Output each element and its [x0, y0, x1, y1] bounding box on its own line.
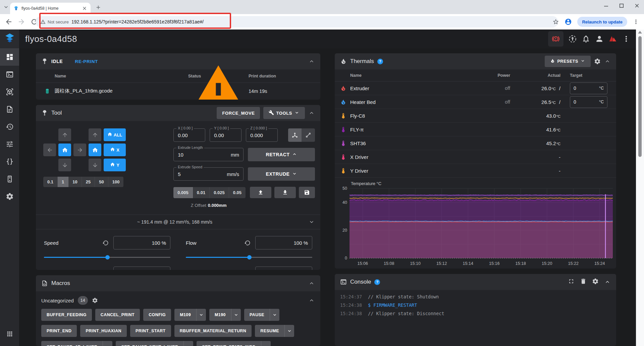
slider-thumb[interactable]: [105, 255, 110, 260]
extrusion-stats-row[interactable]: ~ 191.4 mm @ 12 mm³/s, 168 mm/s: [36, 215, 320, 229]
home-all-button[interactable]: ALL: [104, 128, 126, 141]
load-filament-button[interactable]: [250, 187, 271, 198]
console-log[interactable]: 15:24:37// Klipper state: Shutdown15:24:…: [335, 290, 616, 323]
collapse-tool-icon[interactable]: [308, 110, 315, 116]
macro-group-settings-icon[interactable]: [92, 297, 98, 303]
temperature-chart[interactable]: 15:0615:0815:1015:1215:1415:1615:1815:20…: [335, 178, 616, 269]
macro-split-chevron[interactable]: [261, 341, 271, 346]
save-offset-button[interactable]: [299, 187, 315, 198]
slider-value-field[interactable]: 100 %: [255, 236, 312, 249]
thermal-row-extruder[interactable]: Extruder off 26.0°C / 0°C: [335, 81, 616, 95]
macro-split-chevron[interactable]: [231, 309, 241, 321]
presets-dropdown-button[interactable]: PRESETS: [545, 56, 591, 67]
macro-split-chevron[interactable]: [103, 341, 112, 346]
thermal-row-x-driver[interactable]: X Driver -: [335, 150, 616, 164]
thermals-settings-icon[interactable]: [594, 58, 601, 65]
slider-value-field[interactable]: 0.05 s: [113, 267, 170, 270]
page-scrollbar[interactable]: [636, 30, 644, 346]
collapse-macro-group-icon[interactable]: [308, 297, 315, 304]
move-x-plus-button[interactable]: [73, 143, 86, 156]
slider-value-field[interactable]: 0.04 s: [255, 267, 312, 270]
move-step-10[interactable]: 10: [68, 177, 82, 187]
sidebar-item-configuration[interactable]: [0, 153, 19, 170]
macro-button-print_start[interactable]: PRINT_START: [130, 325, 171, 337]
move-step-100[interactable]: 100: [108, 177, 124, 187]
home-y-button[interactable]: Y: [104, 159, 126, 171]
macro-split-chevron[interactable]: [183, 341, 193, 346]
console-fullscreen-icon[interactable]: [568, 278, 575, 286]
macro-button-rbuffer_material_return[interactable]: RBUFFER_MATERIAL_RETURN: [174, 325, 252, 337]
console-help-icon[interactable]: [374, 279, 380, 285]
sidebar-item-gcode-preview[interactable]: [0, 83, 19, 101]
macro-button-set_print_stats_info[interactable]: SET_PRINT_STATS_INFO: [197, 341, 271, 346]
home-xy-button[interactable]: [58, 143, 71, 156]
extrude-step-0.025[interactable]: 0.025: [210, 187, 229, 198]
move-y-minus-button[interactable]: [58, 159, 71, 171]
tab-search-icon[interactable]: [3, 4, 9, 10]
collapse-macros-icon[interactable]: [308, 280, 315, 287]
sidebar-item-settings[interactable]: [0, 188, 19, 205]
tab-close-icon[interactable]: [82, 6, 87, 11]
macro-button-set_pause_at_layer[interactable]: SET_PAUSE_AT_LAYER: [41, 341, 112, 346]
bookmark-star-icon[interactable]: [552, 18, 559, 25]
move-step-50[interactable]: 50: [95, 177, 108, 187]
emergency-stop-button[interactable]: [548, 31, 564, 47]
console-clear-icon[interactable]: [580, 278, 587, 286]
url-bar[interactable]: Not secure 192.168.1.125/?printer=24282e…: [36, 16, 558, 27]
forward-button[interactable]: [17, 18, 25, 26]
job-row[interactable]: 圆柱体_PLA_1h9m.gcode 14m 19s: [36, 83, 320, 99]
macro-button-set_pause_next_layer[interactable]: SET_PAUSE_NEXT_LAYER: [116, 341, 193, 346]
collapse-console-icon[interactable]: [604, 279, 611, 285]
relaunch-to-update-button[interactable]: Relaunch to update: [577, 17, 627, 27]
scrollbar-up-arrow[interactable]: [638, 31, 642, 34]
app-logo[interactable]: [0, 30, 19, 48]
extrude-step-0.01[interactable]: 0.01: [193, 187, 210, 198]
extrude-length-field[interactable]: Extrude Length 10 mm: [173, 148, 244, 161]
move-step-1[interactable]: 1: [58, 177, 68, 187]
thermals-help-icon[interactable]: [377, 59, 383, 64]
slider-track[interactable]: [186, 257, 312, 258]
window-maximize-button[interactable]: [619, 3, 625, 9]
extrude-button[interactable]: EXTRUDE: [248, 167, 315, 181]
move-step-0.1[interactable]: 0.1: [43, 177, 58, 187]
move-x-minus-button[interactable]: [43, 143, 56, 156]
unload-filament-button[interactable]: [274, 187, 296, 198]
slider-thumb[interactable]: [247, 255, 252, 260]
macro-button-m190[interactable]: M190: [209, 309, 241, 321]
thermal-row-sht36[interactable]: SHT36 45.2°C: [335, 136, 616, 150]
move-z-plus-button[interactable]: [89, 128, 101, 141]
browser-menu-icon[interactable]: [633, 18, 639, 25]
absolute-mode-button[interactable]: [288, 128, 302, 142]
new-tab-button[interactable]: [95, 4, 101, 10]
reset-icon[interactable]: [102, 240, 109, 246]
security-chip[interactable]: Not secure: [40, 19, 69, 24]
collapse-status-icon[interactable]: [308, 58, 315, 65]
thermal-row-y-driver[interactable]: Y Driver -: [335, 164, 616, 178]
url-text[interactable]: 192.168.1.125/?printer=24282e5f2b8e6591e…: [71, 19, 204, 24]
thermal-row-fly-π[interactable]: FLY-π 41.6°C: [335, 123, 616, 136]
macro-button-print_huaxian[interactable]: PRINT_HUAXIAN: [80, 325, 127, 337]
macro-split-chevron[interactable]: [196, 309, 206, 321]
sidebar-item-console[interactable]: [0, 66, 19, 83]
x-position-field[interactable]: X [ 0.00 ]0.00: [173, 128, 205, 142]
slider-value-field[interactable]: 100 %: [113, 236, 170, 249]
browser-tab[interactable]: flyos-0a4d58 | Home: [10, 3, 91, 14]
y-position-field[interactable]: Y [ 0.00 ]0.00: [210, 128, 241, 142]
macro-button-buffer_feeding[interactable]: BUFFER_FEEDING: [41, 309, 92, 321]
extrude-step-0.05[interactable]: 0.05: [229, 187, 246, 198]
macro-split-chevron[interactable]: [270, 309, 279, 321]
move-y-plus-button[interactable]: [58, 128, 71, 141]
slider-track[interactable]: [44, 257, 170, 258]
scrollbar-thumb[interactable]: [638, 36, 642, 157]
sidebar-item-jobs[interactable]: [0, 101, 19, 118]
reprint-button[interactable]: RE-PRINT: [75, 59, 98, 64]
app-menu-kebab-icon[interactable]: [622, 35, 631, 43]
update-status-icon[interactable]: [568, 35, 577, 43]
user-account-icon[interactable]: [595, 35, 604, 43]
macro-split-chevron[interactable]: [284, 325, 294, 337]
move-step-25[interactable]: 25: [82, 177, 95, 187]
stats-expand-icon[interactable]: [308, 219, 315, 225]
retract-button[interactable]: RETRACT: [248, 148, 315, 161]
apps-grid-icon[interactable]: [0, 328, 19, 341]
window-minimize-button[interactable]: [603, 3, 609, 9]
